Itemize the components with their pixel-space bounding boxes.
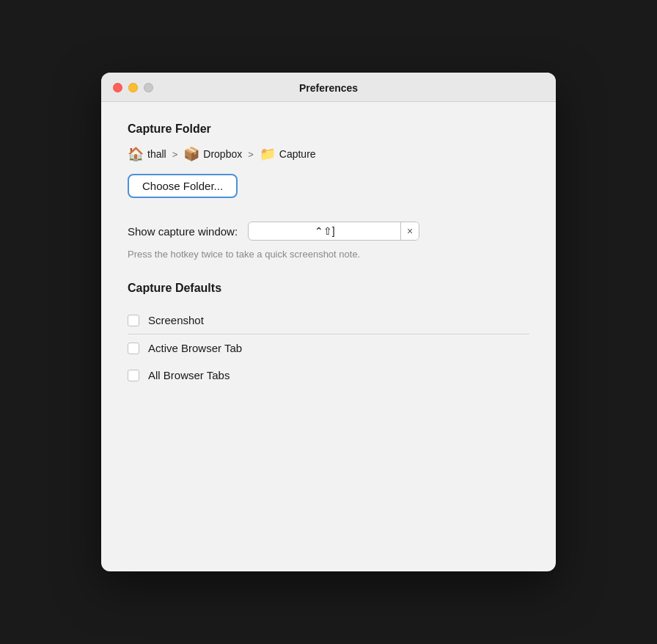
- capture-folder-icon: 📁: [260, 146, 276, 162]
- fullscreen-button[interactable]: [144, 83, 153, 92]
- content-area: Capture Folder 🏠 thall > 📦 Dropbox > 📁 C…: [101, 102, 556, 415]
- screenshot-checkbox[interactable]: [128, 315, 139, 326]
- choose-folder-button[interactable]: Choose Folder...: [128, 174, 238, 198]
- traffic-lights: [113, 83, 153, 92]
- all-browser-tabs-label: All Browser Tabs: [148, 369, 230, 381]
- active-browser-tab-checkbox[interactable]: [128, 343, 139, 354]
- minimize-button[interactable]: [128, 83, 138, 92]
- folder-item-capture: 📁 Capture: [260, 146, 316, 162]
- hotkey-clear-button[interactable]: ×: [400, 222, 419, 240]
- folder-label-capture: Capture: [279, 148, 316, 160]
- folder-label-home: thall: [147, 148, 166, 160]
- hotkey-field: ×: [248, 222, 419, 241]
- folder-path: 🏠 thall > 📦 Dropbox > 📁 Capture: [128, 146, 529, 162]
- screenshot-label: Screenshot: [148, 314, 204, 326]
- hotkey-hint: Press the hotkey twice to take a quick s…: [128, 248, 529, 261]
- window-title: Preferences: [299, 82, 358, 94]
- list-item: Screenshot: [128, 307, 529, 334]
- hotkey-input[interactable]: [249, 222, 400, 240]
- preferences-window: Preferences Capture Folder 🏠 thall > 📦 D…: [101, 73, 556, 571]
- home-folder-icon: 🏠: [128, 146, 144, 162]
- capture-defaults-section: Capture Defaults Screenshot Active Brows…: [128, 282, 529, 389]
- hotkey-label: Show capture window:: [128, 225, 238, 238]
- folder-item-home: 🏠 thall: [128, 146, 166, 162]
- list-item: Active Browser Tab: [128, 334, 529, 362]
- folder-label-dropbox: Dropbox: [203, 148, 242, 160]
- separator-1: >: [172, 149, 178, 160]
- hotkey-row: Show capture window: ×: [128, 222, 529, 241]
- active-browser-tab-label: Active Browser Tab: [148, 342, 242, 354]
- all-browser-tabs-checkbox[interactable]: [128, 370, 139, 381]
- titlebar: Preferences: [101, 73, 556, 102]
- capture-folder-section: Capture Folder 🏠 thall > 📦 Dropbox > 📁 C…: [128, 122, 529, 222]
- folder-item-dropbox: 📦 Dropbox: [183, 146, 242, 162]
- capture-defaults-list: Screenshot Active Browser Tab All Browse…: [128, 307, 529, 389]
- capture-defaults-title: Capture Defaults: [128, 282, 529, 295]
- dropbox-folder-icon: 📦: [183, 146, 199, 162]
- separator-2: >: [248, 149, 254, 160]
- capture-folder-title: Capture Folder: [128, 122, 529, 136]
- list-item: All Browser Tabs: [128, 362, 529, 389]
- close-button[interactable]: [113, 83, 122, 92]
